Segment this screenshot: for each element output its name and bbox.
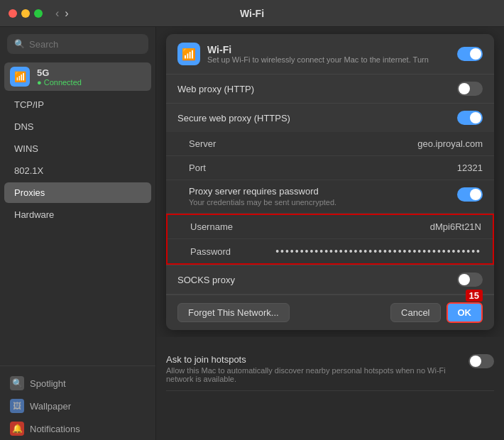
sidebar-item-notifications[interactable]: 🔔 Notifications (0, 417, 155, 440)
network-section: 📶 5G ● Connected (0, 62, 155, 94)
sidebar-spotlight-label: Spotlight (30, 378, 66, 389)
forward-arrow[interactable]: › (63, 7, 70, 20)
wifi-header-desc: Set up Wi-Fi to wirelessly connect your … (207, 55, 450, 64)
wifi-header-icon: 📶 (177, 43, 200, 65)
secure-proxy-row: Secure web proxy (HTTPS) (166, 104, 494, 132)
sidebar-item-8021x[interactable]: 802.1X (4, 160, 151, 181)
search-bar[interactable]: 🔍 (7, 34, 148, 54)
secure-proxy-details: Server geo.iproyal.com Port 12321 Proxy … (166, 132, 494, 265)
wifi-header-row: 📶 Wi-Fi Set up Wi-Fi to wirelessly conne… (166, 34, 494, 75)
username-label: Username (190, 221, 430, 232)
maximize-button[interactable] (34, 9, 43, 18)
wifi-icon: 📶 (10, 67, 30, 87)
network-status: ● Connected (37, 78, 82, 87)
close-button[interactable] (9, 9, 17, 18)
window-title: Wi-Fi (240, 8, 264, 19)
wallpaper-icon: 🖼 (10, 399, 24, 413)
server-row: Server geo.iproyal.com (166, 132, 494, 156)
web-proxy-label: Web proxy (HTTP) (177, 84, 457, 94)
forget-network-button[interactable]: Forget This Network... (177, 303, 290, 322)
footer-buttons: Forget This Network... Cancel 15 OK (166, 295, 494, 330)
password-value: ••••••••••••••••••••••••••••••••••••••••… (275, 246, 481, 257)
below-panel: Ask to join hotspots Allow this Mac to a… (156, 337, 504, 401)
sidebar-item-spotlight[interactable]: 🔍 Spotlight (0, 372, 155, 395)
proxy-password-toggle[interactable] (457, 187, 483, 202)
sidebar-notifications-label: Notifications (30, 424, 80, 434)
settings-panel: 📶 Wi-Fi Set up Wi-Fi to wirelessly conne… (166, 34, 494, 330)
wifi-toggle[interactable] (457, 47, 483, 61)
back-arrow[interactable]: ‹ (54, 7, 60, 20)
port-label: Port (189, 163, 457, 173)
network-name: 5G (37, 67, 82, 78)
server-label: Server (189, 138, 417, 149)
credentials-section: 14 Username dMpi6Rt21N Password ••••••••… (166, 214, 494, 265)
sidebar: 🔍 📶 5G ● Connected TCP/IP DNS WINS 802.1… (0, 27, 156, 440)
search-icon: 🔍 (14, 39, 25, 49)
socks-proxy-label: SOCKS proxy (177, 275, 457, 285)
secure-proxy-label: Secure web proxy (HTTPS) (177, 113, 457, 123)
ok-button[interactable]: OK (447, 302, 483, 323)
badge-15: 15 (466, 290, 483, 302)
sidebar-item-wins[interactable]: WINS (4, 138, 151, 159)
sidebar-item-proxies[interactable]: Proxies (4, 182, 151, 203)
main-layout: 🔍 📶 5G ● Connected TCP/IP DNS WINS 802.1… (0, 27, 504, 440)
hotspots-title: Ask to join hotspots (166, 354, 461, 365)
proxy-password-label: Proxy server requires password (189, 186, 457, 197)
server-value: geo.iproyal.com (417, 138, 483, 149)
nav-arrows: ‹ › (54, 7, 70, 20)
password-label: Password (190, 246, 275, 257)
username-row: Username dMpi6Rt21N (168, 215, 493, 239)
web-proxy-toggle[interactable] (457, 82, 483, 96)
hotspots-row: Ask to join hotspots Allow this Mac to a… (166, 347, 494, 391)
port-value: 12321 (457, 163, 483, 173)
socks-proxy-toggle[interactable] (457, 273, 483, 287)
username-value: dMpi6Rt21N (430, 221, 481, 232)
socks-proxy-row: SOCKS proxy (166, 265, 494, 295)
title-bar: ‹ › Wi-Fi (0, 0, 504, 27)
content-area: 📶 Wi-Fi Set up Wi-Fi to wirelessly conne… (156, 27, 504, 440)
proxy-password-row: Proxy server requires password Your cred… (166, 180, 494, 214)
sidebar-item-wallpaper[interactable]: 🖼 Wallpaper (0, 395, 155, 417)
wifi-header-title: Wi-Fi (207, 44, 450, 55)
minimize-button[interactable] (21, 9, 30, 18)
sidebar-bottom: 🔍 Spotlight 🖼 Wallpaper 🔔 Notifications (0, 365, 155, 440)
web-proxy-row: Web proxy (HTTP) (166, 75, 494, 104)
password-row: Password •••••••••••••••••••••••••••••••… (168, 239, 493, 263)
hotspots-desc: Allow this Mac to automatically discover… (166, 366, 461, 383)
secure-proxy-toggle[interactable] (457, 111, 483, 125)
traffic-lights (9, 9, 43, 18)
sidebar-item-dns[interactable]: DNS (4, 116, 151, 137)
badge-14: 14 (166, 219, 168, 236)
sidebar-wallpaper-label: Wallpaper (30, 401, 71, 412)
spotlight-icon: 🔍 (10, 376, 24, 390)
network-item-5g[interactable]: 📶 5G ● Connected (4, 62, 151, 91)
search-input[interactable] (29, 39, 141, 50)
sidebar-item-tcp[interactable]: TCP/IP (4, 94, 151, 115)
cancel-button[interactable]: Cancel (390, 303, 440, 322)
port-row: Port 12321 (166, 156, 494, 180)
notifications-icon: 🔔 (10, 422, 24, 436)
proxy-password-desc: Your credentials may be sent unencrypted… (189, 198, 457, 207)
credentials-form: Username dMpi6Rt21N Password •••••••••••… (166, 214, 494, 265)
sidebar-item-hardware[interactable]: Hardware (4, 204, 151, 225)
hotspots-toggle[interactable] (469, 354, 494, 368)
